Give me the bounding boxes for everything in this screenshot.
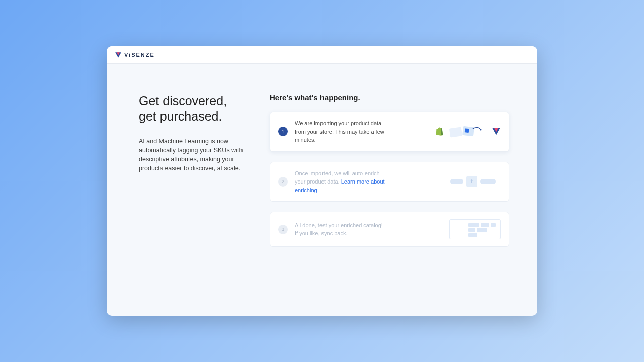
status-heading: Here's what's happening. [270, 93, 509, 102]
headline-line1: Get discovered, [139, 94, 227, 108]
subtext: AI and Machine Learning is now automatic… [139, 137, 245, 173]
visenze-logo-icon [115, 51, 122, 58]
step-card-2: 2 Once imported, we will auto-enrich you… [270, 162, 509, 202]
svg-rect-2 [465, 128, 469, 133]
placeholder-upload-icon [466, 176, 477, 187]
brand-name: ViSENZE [124, 52, 155, 58]
step-text-3: All done, test your enriched catalog! If… [295, 221, 390, 238]
step-3-line2: If you like, sync back. [295, 230, 348, 236]
placeholder-pill-icon [480, 179, 496, 184]
placeholder-lines-icon [468, 222, 498, 237]
headline-line2: get purchased. [139, 109, 222, 123]
catalog-illustration [449, 219, 501, 239]
enrich-illustration [450, 174, 501, 189]
step-card-3: 3 All done, test your enriched catalog! … [270, 212, 509, 247]
right-column: Here's what's happening. 1 We are import… [270, 93, 509, 316]
step-text-2: Once imported, we will auto-enrich your … [295, 169, 390, 195]
step-number-3: 3 [278, 225, 288, 234]
shopify-icon [435, 127, 443, 136]
app-window: ViSENZE Get discovered, get purchased. A… [107, 46, 537, 316]
left-column: Get discovered, get purchased. AI and Ma… [139, 93, 250, 316]
placeholder-pill-icon [450, 179, 463, 184]
svg-point-3 [480, 129, 482, 130]
step-number-2: 2 [278, 177, 288, 187]
app-body: Get discovered, get purchased. AI and Ma… [107, 64, 537, 316]
step-3-line1: All done, test your enriched catalog! [295, 222, 383, 228]
app-header: ViSENZE [107, 46, 537, 64]
svg-rect-0 [449, 127, 462, 137]
visenze-icon [492, 127, 501, 136]
import-illustration [435, 124, 501, 140]
data-flow-icon [448, 124, 488, 140]
brand-logo: ViSENZE [115, 51, 155, 58]
step-text-1: We are importing your product data from … [295, 119, 390, 144]
step-number-1: 1 [278, 127, 288, 136]
step-card-1: 1 We are importing your product data fro… [270, 112, 509, 152]
headline: Get discovered, get purchased. [139, 93, 250, 125]
